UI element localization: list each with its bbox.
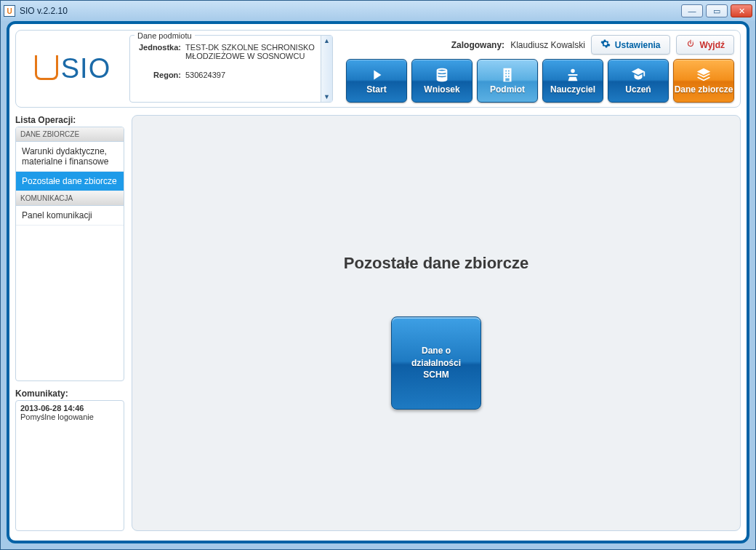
main-panel: Pozostałe dane zbiorcze Dane o działalno… [132,115,741,531]
layers-icon [695,67,712,83]
play-icon [368,67,385,83]
header-panel: SIO Dane podmiotu Jednostka: TEST-DK SZK… [15,30,741,108]
power-icon [685,39,696,51]
nav-wniosek-label: Wniosek [424,84,459,95]
nav-dane-zbiorcze[interactable]: Dane zbiorcze [673,59,734,103]
nav-wniosek[interactable]: Wniosek [411,59,472,103]
entity-unit-label: Jednostka: [134,43,185,60]
exit-button[interactable]: Wyjdź [676,35,734,55]
building-icon [499,67,516,83]
scroll-down-icon[interactable]: ▼ [323,93,330,100]
nav-nauczyciel-label: Nauczyciel [550,84,595,95]
ops-section-dane-zbiorcze: DANE ZBIORCZE [16,127,124,142]
nav-uczen[interactable]: Uczeń [608,59,669,103]
entity-unit-value: TEST-DK SZKOLNE SCHRONISKO MŁODZIEŻOWE W… [185,43,328,60]
ops-section-komunikacja: KOMUNIKACJA [16,191,124,206]
minimize-button[interactable]: — [681,4,703,17]
tile-label: Dane o działalności SCHM [398,345,475,381]
window-title: SIO v.2.2.10 [20,6,68,16]
entity-scrollbar[interactable]: ▲ ▼ [321,36,332,102]
titlebar: U SIO v.2.2.10 — ▭ ✕ [1,1,755,21]
entity-regon-value: 530624397 [185,71,328,79]
messages-box: 2013-06-28 14:46 Pomyślne logowanie [15,400,124,531]
logo-text: SIO [61,53,110,84]
ops-item-pozostale[interactable]: Pozostałe dane zbiorcze [16,172,124,191]
nav-dane-zbiorcze-label: Dane zbiorcze [675,84,733,95]
nav-podmiot[interactable]: Podmiot [477,59,538,103]
ops-item-warunki[interactable]: Warunki dydaktyczne, materialne i finans… [16,142,124,172]
message-time: 2013-06-28 14:46 [20,404,119,412]
exit-label: Wyjdź [700,40,725,50]
window-controls: — ▭ ✕ [681,4,752,17]
scroll-up-icon[interactable]: ▲ [323,37,330,44]
logged-in-label: Zalogowany: [451,40,504,50]
close-button[interactable]: ✕ [731,4,752,17]
main-heading: Pozostałe dane zbiorcze [344,254,528,273]
student-icon [630,67,647,83]
body-row: Lista Operacji: DANE ZBIORCZE Warunki dy… [15,115,741,531]
tile-dane-dzialalnosci-schm[interactable]: Dane o działalności SCHM [391,316,481,410]
teacher-icon [564,67,582,83]
logged-in-user: Klaudiusz Kowalski [510,40,585,50]
gear-icon [600,39,611,51]
nav-start[interactable]: Start [346,59,407,103]
entity-info-panel: Dane podmiotu Jednostka: TEST-DK SZKOLNE… [129,35,333,103]
client-area: SIO Dane podmiotu Jednostka: TEST-DK SZK… [7,21,749,543]
nav-uczen-label: Uczeń [625,84,651,95]
entity-regon-label: Regon: [134,71,185,79]
nav-podmiot-label: Podmiot [490,84,525,95]
top-right-row: Zalogowany: Klaudiusz Kowalski Ustawieni… [339,35,734,55]
message-text: Pomyślne logowanie [20,412,119,421]
app-icon: U [4,5,15,17]
ops-block: Lista Operacji: DANE ZBIORCZE Warunki dy… [15,115,124,381]
header-right: Zalogowany: Klaudiusz Kowalski Ustawieni… [339,35,734,103]
app-window: U SIO v.2.2.10 — ▭ ✕ SIO Dane podmiotu J… [0,0,756,550]
settings-button[interactable]: Ustawienia [591,35,670,55]
entity-panel-title: Dane podmiotu [134,31,195,40]
logo-shield-icon [35,55,58,80]
nav-nauczyciel[interactable]: Nauczyciel [542,59,603,103]
database-icon [433,67,451,83]
logo: SIO [22,35,124,103]
maximize-button[interactable]: ▭ [706,4,728,17]
settings-label: Ustawienia [615,40,661,50]
left-column: Lista Operacji: DANE ZBIORCZE Warunki dy… [15,115,124,531]
ops-item-panel-komunikacji[interactable]: Panel komunikacji [16,206,124,226]
messages-title: Komunikaty: [15,388,124,399]
nav-bar: Start Wniosek Podmiot Nauczyciel [339,59,734,103]
ops-list: DANE ZBIORCZE Warunki dydaktyczne, mater… [15,127,124,381]
messages-block: Komunikaty: 2013-06-28 14:46 Pomyślne lo… [15,388,124,531]
nav-start-label: Start [366,84,386,95]
ops-title: Lista Operacji: [15,115,124,125]
